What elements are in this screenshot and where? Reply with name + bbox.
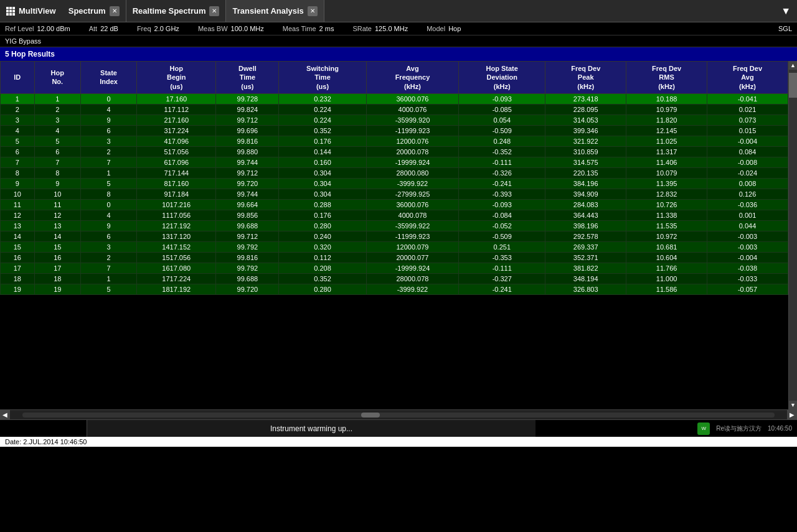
table-cell: 99.816: [216, 252, 279, 263]
yig-text: YIG Bypass: [5, 37, 41, 45]
table-row[interactable]: 10108917.18499.7440.304-27999.925-0.3933…: [1, 189, 788, 199]
table-wrapper[interactable]: ID HopNo. StateIndex HopBegin(us) DwellT…: [0, 61, 788, 409]
table-cell: 917.184: [137, 189, 216, 199]
scroll-thumb-horizontal[interactable]: [361, 413, 380, 418]
table-cell: 10.681: [626, 241, 707, 252]
table-cell: 0.001: [707, 210, 788, 220]
table-cell: 0.021: [707, 104, 788, 114]
table-cell: 0.144: [279, 146, 366, 157]
meas-time-item: Meas Time 2 ms: [283, 25, 334, 32]
table-cell: 12000.076: [366, 136, 458, 146]
table-row[interactable]: 881717.14499.7120.30428000.080-0.326220.…: [1, 167, 788, 178]
table-cell: -27999.925: [366, 189, 458, 199]
table-row[interactable]: 181811717.22499.6880.35228000.078-0.3273…: [1, 273, 788, 284]
table-cell: 18: [34, 273, 80, 284]
horizontal-scrollbar[interactable]: ◀ ▶: [0, 409, 797, 419]
table-row[interactable]: 777617.09699.7440.160-19999.924-0.111314…: [1, 157, 788, 167]
table-row[interactable]: 131391217.19299.6880.280-35999.922-0.052…: [1, 220, 788, 231]
table-cell: -0.008: [707, 157, 788, 167]
vertical-scrollbar[interactable]: ▲ ▼: [788, 61, 797, 409]
table-cell: -0.003: [707, 241, 788, 252]
tab-transient-close[interactable]: ✕: [308, 6, 318, 16]
table-cell: 0.232: [279, 93, 366, 104]
status-time: 10:46:50: [768, 425, 792, 432]
table-cell: 292.578: [545, 231, 626, 241]
table-cell: 99.712: [216, 167, 279, 178]
table-cell: 1: [80, 167, 136, 178]
col-header-id: ID: [1, 62, 35, 94]
table-cell: 4: [1, 125, 35, 136]
table-cell: 0.248: [459, 136, 545, 146]
info-bar: Ref Level 12.00 dBm Att 22 dB Freq 2.0 G…: [0, 22, 797, 35]
table-row[interactable]: 191951817.19299.7200.280-3999.922-0.2413…: [1, 284, 788, 294]
table-cell: 0.224: [279, 114, 366, 125]
table-cell: 11.025: [626, 136, 707, 146]
table-cell: 0: [80, 199, 136, 210]
table-cell: 12: [1, 210, 35, 220]
table-cell: 99.744: [216, 189, 279, 199]
scroll-track-horizontal[interactable]: [22, 413, 775, 418]
table-cell: 11.406: [626, 157, 707, 167]
table-row[interactable]: 161621517.05699.8160.11220000.077-0.3533…: [1, 252, 788, 263]
table-cell: 99.744: [216, 157, 279, 167]
table-cell: 517.056: [137, 146, 216, 157]
table-row[interactable]: 224117.11299.8240.2244000.076-0.085228.0…: [1, 104, 788, 114]
table-cell: -35999.922: [366, 220, 458, 231]
table-row[interactable]: 111101017.21699.6640.28836000.076-0.0932…: [1, 199, 788, 210]
dropdown-arrow-icon[interactable]: ▼: [781, 6, 791, 16]
scroll-right-arrow[interactable]: ▶: [787, 410, 797, 420]
table-cell: -0.509: [459, 125, 545, 136]
table-cell: 314.575: [545, 157, 626, 167]
table-row[interactable]: 339217.16099.7120.224-35999.9200.054314.…: [1, 114, 788, 125]
scroll-thumb-vertical[interactable]: [789, 73, 798, 98]
table-row[interactable]: 446317.22499.6960.352-11999.923-0.509399…: [1, 125, 788, 136]
meas-bw-label: Meas BW: [198, 25, 228, 32]
table-row[interactable]: 171771617.08099.7920.208-19999.924-0.111…: [1, 263, 788, 273]
table-row[interactable]: 662517.05699.8800.14420000.078-0.352310.…: [1, 146, 788, 157]
tab-realtime-close[interactable]: ✕: [209, 6, 219, 16]
table-row[interactable]: 553417.09699.8160.17612000.0760.248321.9…: [1, 136, 788, 146]
freq-label: Freq: [137, 25, 151, 32]
col-header-avg-freq: AvgFrequency(kHz): [366, 62, 458, 94]
table-row[interactable]: 11017.16099.7280.23236000.076-0.093273.4…: [1, 93, 788, 104]
scroll-track-vertical[interactable]: [789, 70, 798, 401]
table-cell: 217.160: [137, 114, 216, 125]
tab-realtime[interactable]: Realtime Spectrum ✕: [126, 0, 227, 22]
table-cell: -19999.924: [366, 157, 458, 167]
table-cell: 0.073: [707, 114, 788, 125]
table-cell: 1: [1, 93, 35, 104]
table-cell: -0.004: [707, 252, 788, 263]
table-cell: 5: [34, 136, 80, 146]
tab-transient[interactable]: Transient Analysis ✕: [226, 0, 324, 22]
table-cell: 0.304: [279, 178, 366, 189]
table-cell: 4: [80, 104, 136, 114]
table-cell: 0.208: [279, 263, 366, 273]
table-row[interactable]: 151531417.15299.7920.32012000.0790.25126…: [1, 241, 788, 252]
table-cell: -0.352: [459, 146, 545, 157]
table-cell: 0.240: [279, 231, 366, 241]
table-cell: 317.224: [137, 125, 216, 136]
table-cell: 0: [80, 93, 136, 104]
tab-spectrum[interactable]: Spectrum ✕: [62, 0, 126, 22]
table-cell: -0.393: [459, 189, 545, 199]
table-cell: -0.004: [707, 136, 788, 146]
table-row[interactable]: 121241117.05699.8560.1764000.078-0.08436…: [1, 210, 788, 220]
table-cell: 99.792: [216, 263, 279, 273]
scroll-left-arrow[interactable]: ◀: [0, 410, 10, 420]
table-cell: 99.688: [216, 220, 279, 231]
tab-spectrum-close[interactable]: ✕: [110, 6, 120, 16]
table-cell: -0.024: [707, 167, 788, 178]
table-cell: 352.371: [545, 252, 626, 263]
scroll-up-arrow[interactable]: ▲: [789, 61, 798, 70]
freq-item: Freq 2.0 GHz: [137, 25, 179, 32]
table-cell: 99.816: [216, 136, 279, 146]
table-cell: 3: [80, 241, 136, 252]
table-row[interactable]: 995817.16099.7200.304-3999.922-0.241384.…: [1, 178, 788, 189]
table-cell: 1317.120: [137, 231, 216, 241]
scroll-down-arrow[interactable]: ▼: [789, 401, 798, 409]
table-cell: 2: [34, 104, 80, 114]
results-header-row: 5 Hop Results: [0, 47, 797, 61]
table-cell: 8: [80, 189, 136, 199]
table-cell: 14: [34, 231, 80, 241]
table-row[interactable]: 141461317.12099.7120.240-11999.923-0.509…: [1, 231, 788, 241]
